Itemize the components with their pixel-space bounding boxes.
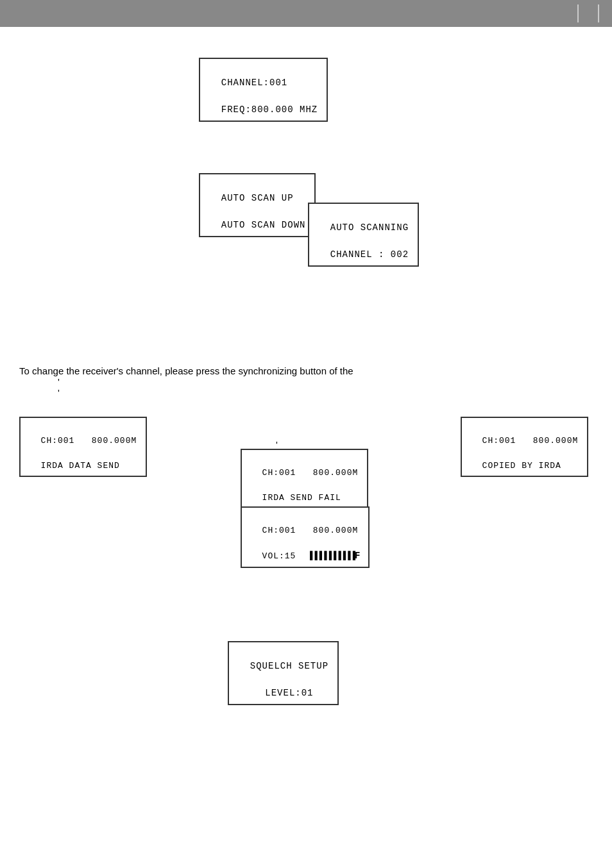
squelch-display: SQUELCH SETUP LEVEL:01: [228, 641, 339, 705]
auto-scan-display: AUTO SCAN UP AUTO SCAN DOWN: [199, 173, 316, 237]
channel-freq-line2: FREQ:800.000 MHZ: [221, 104, 318, 115]
irda-send-display: CH:001 800.000M IRDA DATA SEND: [19, 417, 147, 477]
volume-display: CH:001 800.000M VOL:15 ▐▐▐▐▐▐▐▐▐▐F: [241, 506, 370, 568]
channel-freq-display: CHANNEL:001 FREQ:800.000 MHZ: [199, 58, 328, 122]
volume-line1: CH:001 800.000M: [262, 526, 359, 535]
channel-freq-line1: CHANNEL:001: [221, 78, 287, 88]
irda-fail-line1: CH:001 800.000M: [262, 468, 359, 478]
volume-line2-label: VOL:15: [262, 551, 307, 561]
irda-fail-line2: IRDA SEND FAIL: [262, 493, 341, 503]
desc-line3: ': [58, 387, 60, 398]
irda-send-line2: IRDA DATA SEND: [41, 461, 120, 471]
header-separator-1: [577, 4, 579, 22]
auto-scan-line1: AUTO SCAN UP: [221, 193, 294, 203]
auto-scanning-display: AUTO SCANNING CHANNEL : 002: [308, 203, 419, 267]
auto-scan-line2: AUTO SCAN DOWN: [221, 220, 306, 230]
copied-by-irda-display: CH:001 800.000M COPIED BY IRDA: [461, 417, 588, 477]
description-text: To change the receiver's channel, please…: [19, 365, 353, 398]
irda-send-line1: CH:001 800.000M: [41, 436, 137, 446]
header-separator-2: [598, 4, 599, 22]
squelch-line2: LEVEL:01: [265, 688, 313, 698]
irda-send-fail-display: CH:001 800.000M IRDA SEND FAIL: [241, 449, 368, 509]
squelch-line1: SQUELCH SETUP: [250, 661, 328, 671]
header-bar: [0, 0, 612, 27]
desc-line1: To change the receiver's channel, please…: [19, 365, 353, 376]
copied-line2: COPIED BY IRDA: [482, 461, 561, 471]
auto-scanning-line2: CHANNEL : 002: [330, 249, 409, 260]
copied-line1: CH:001 800.000M: [482, 436, 579, 446]
volume-bar: ▐▐▐▐▐▐▐▐▐▐F: [307, 549, 359, 563]
auto-scanning-line1: AUTO SCANNING: [330, 222, 409, 233]
desc-line2: ': [58, 376, 60, 387]
